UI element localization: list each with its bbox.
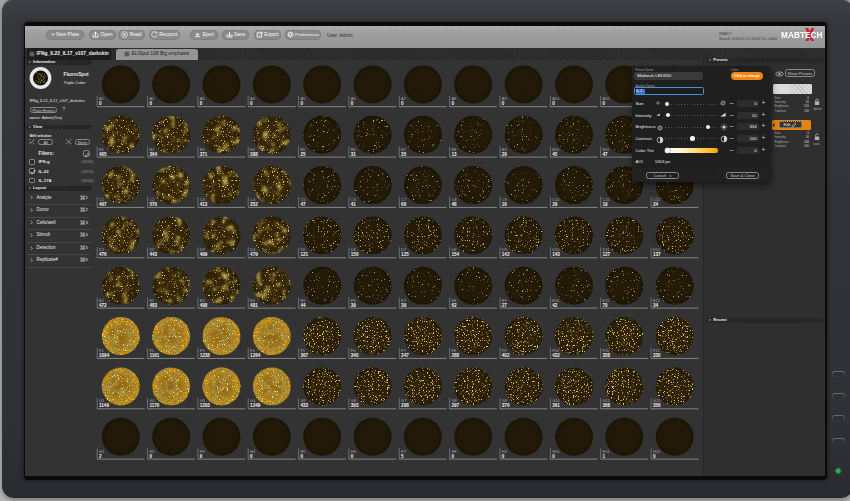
svg-text:16: 16	[502, 202, 508, 207]
svg-text:154: 154	[451, 252, 459, 257]
svg-text:1149: 1149	[99, 403, 109, 408]
svg-text:1293: 1293	[200, 403, 211, 408]
svg-text:47: 47	[603, 151, 609, 156]
svg-text:0: 0	[603, 101, 606, 106]
svg-text:388: 388	[250, 151, 258, 156]
svg-text:376: 376	[502, 403, 510, 408]
svg-text:0: 0	[200, 453, 203, 458]
svg-text:5: 5	[401, 453, 404, 458]
svg-text:0: 0	[502, 101, 505, 106]
svg-text:297: 297	[451, 403, 459, 408]
svg-text:0: 0	[502, 453, 505, 458]
svg-text:393: 393	[351, 403, 359, 408]
svg-text:352: 352	[250, 202, 258, 207]
svg-text:402: 402	[502, 353, 510, 358]
svg-text:41: 41	[351, 202, 357, 207]
svg-text:0: 0	[401, 101, 404, 106]
svg-text:13: 13	[451, 151, 457, 156]
svg-text:361: 361	[552, 403, 560, 408]
svg-text:6: 6	[86, 258, 89, 263]
svg-text:5: 5	[86, 245, 89, 250]
svg-text:125: 125	[401, 252, 409, 257]
svg-text:66: 66	[401, 202, 407, 207]
svg-text:1: 1	[603, 453, 606, 458]
svg-text:405: 405	[99, 151, 107, 156]
svg-text:2: 2	[86, 208, 89, 213]
svg-text:1238: 1238	[200, 353, 211, 358]
svg-text:0: 0	[250, 453, 253, 458]
svg-text:368: 368	[603, 403, 611, 408]
svg-text:413: 413	[200, 202, 208, 207]
svg-text:483: 483	[149, 302, 157, 307]
svg-text:432: 432	[552, 353, 560, 358]
svg-text:0: 0	[451, 453, 454, 458]
svg-text:298: 298	[401, 403, 409, 408]
svg-text:476: 476	[99, 252, 107, 257]
svg-text:39: 39	[351, 302, 357, 307]
svg-text:0: 0	[99, 101, 102, 106]
svg-text:0: 0	[300, 453, 303, 458]
svg-text:0: 0	[149, 453, 152, 458]
svg-text:39: 39	[401, 302, 407, 307]
svg-text:0: 0	[351, 101, 354, 106]
svg-text:62: 62	[451, 302, 457, 307]
svg-text:358: 358	[603, 353, 611, 358]
svg-text:34: 34	[653, 302, 659, 307]
svg-text:347: 347	[401, 353, 409, 358]
svg-text:31: 31	[351, 151, 357, 156]
svg-text:433: 433	[300, 403, 308, 408]
svg-text:150: 150	[351, 252, 359, 257]
svg-text:1249: 1249	[250, 403, 261, 408]
svg-text:0: 0	[149, 101, 152, 106]
svg-text:45: 45	[552, 151, 558, 156]
svg-text:481: 481	[250, 302, 258, 307]
svg-text:143: 143	[552, 252, 560, 257]
svg-text:1094: 1094	[99, 353, 110, 358]
svg-text:288: 288	[451, 353, 459, 358]
svg-text:0: 0	[200, 101, 203, 106]
svg-text:0: 0	[300, 101, 303, 106]
svg-text:0: 0	[552, 453, 555, 458]
svg-text:2: 2	[99, 453, 102, 458]
svg-text:121: 121	[300, 252, 308, 257]
svg-text:48: 48	[451, 202, 457, 207]
svg-text:467: 467	[99, 202, 107, 207]
svg-text:0: 0	[451, 101, 454, 106]
svg-text:330: 330	[653, 353, 661, 358]
svg-text:1161: 1161	[149, 353, 159, 358]
svg-text:47: 47	[300, 202, 306, 207]
svg-text:44: 44	[300, 302, 306, 307]
svg-text:499: 499	[200, 252, 208, 257]
svg-text:3: 3	[86, 220, 89, 225]
svg-text:19: 19	[603, 202, 609, 207]
svg-text:70: 70	[603, 302, 609, 307]
svg-text:0: 0	[250, 101, 253, 106]
svg-text:443: 443	[149, 252, 157, 257]
svg-text:29: 29	[502, 151, 508, 156]
svg-text:364: 364	[149, 151, 157, 156]
svg-text:4: 4	[86, 233, 89, 238]
svg-text:27: 27	[502, 302, 508, 307]
svg-text:0: 0	[653, 453, 656, 458]
svg-text:0: 0	[351, 453, 354, 458]
svg-text:570: 570	[149, 202, 157, 207]
svg-text:472: 472	[99, 302, 107, 307]
svg-text:0: 0	[552, 101, 555, 106]
svg-text:142: 142	[502, 252, 510, 257]
svg-text:340: 340	[351, 353, 359, 358]
svg-text:35: 35	[401, 151, 407, 156]
svg-text:29: 29	[552, 202, 558, 207]
svg-text:1: 1	[86, 195, 89, 200]
svg-text:25: 25	[300, 151, 306, 156]
svg-text:498: 498	[200, 302, 208, 307]
svg-text:356: 356	[653, 403, 661, 408]
svg-text:127: 127	[603, 252, 611, 257]
svg-text:1264: 1264	[250, 353, 261, 358]
svg-text:371: 371	[200, 151, 208, 156]
svg-text:42: 42	[552, 302, 558, 307]
svg-text:367: 367	[300, 353, 308, 358]
svg-text:24: 24	[653, 202, 659, 207]
svg-text:479: 479	[250, 252, 258, 257]
svg-text:1170: 1170	[149, 403, 159, 408]
svg-text:137: 137	[653, 252, 661, 257]
